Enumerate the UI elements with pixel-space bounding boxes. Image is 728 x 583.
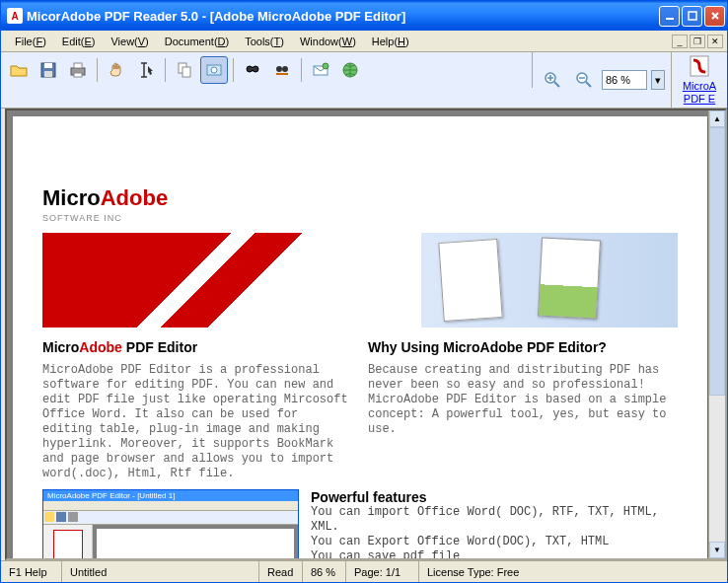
status-page: Page: 1/1 [346, 561, 419, 582]
svg-rect-1 [689, 12, 696, 20]
status-zoom: 86 % [303, 561, 346, 582]
menubar: File(F) Edit(E) View(V) Document(D) Tool… [1, 31, 727, 52]
svg-point-18 [323, 63, 328, 69]
features-body: You can import Office Word( DOC), RTF, T… [311, 505, 678, 558]
pdf-page: MicroAdobe SOFTWARE INC MicroAdobe PDF E… [13, 116, 707, 558]
menu-edit[interactable]: Edit(E) [54, 34, 104, 49]
side-panel: MicroA PDF E [672, 52, 727, 108]
status-mode: Read [259, 561, 303, 582]
menu-document[interactable]: Document(D) [157, 34, 237, 49]
mdi-restore-button[interactable]: ❐ [690, 35, 705, 48]
menu-tools[interactable]: Tools(T) [237, 34, 292, 49]
status-filename: Untitled [62, 561, 259, 582]
mdi-minimize-button[interactable]: _ [672, 35, 688, 48]
side-link-1[interactable]: MicroA [683, 80, 716, 93]
text-select-button[interactable] [132, 56, 160, 84]
toolbar: ▾ MicroA PDF E [1, 52, 727, 109]
mdi-close-button[interactable]: ✕ [707, 35, 723, 48]
banner [42, 233, 678, 328]
find-button[interactable] [239, 56, 266, 84]
pdf-icon [688, 54, 711, 78]
status-license: License Type: Free [419, 561, 727, 582]
scroll-thumb[interactable] [709, 127, 725, 396]
titlebar-text: MicorAdobe PDF Reader 5.0 - [Adobe Micro… [27, 9, 659, 24]
svg-point-16 [282, 66, 288, 72]
menu-view[interactable]: View(V) [103, 34, 156, 49]
scroll-down-button[interactable]: ▼ [709, 542, 725, 558]
svg-rect-3 [44, 63, 52, 68]
svg-rect-4 [44, 71, 52, 77]
right-heading: Why Using MicroAdobe PDF Editor? [368, 339, 678, 355]
hand-tool-button[interactable] [103, 56, 130, 84]
document-area[interactable]: MicroAdobe SOFTWARE INC MicroAdobe PDF E… [5, 109, 727, 560]
right-body: Because creating and distributing PDF ha… [368, 363, 678, 437]
vertical-scrollbar[interactable]: ▲ ▼ [708, 110, 725, 558]
menu-help[interactable]: Help(H) [364, 34, 417, 49]
svg-point-15 [276, 66, 282, 72]
status-help: F1 Help [1, 561, 62, 582]
left-heading: MicroAdobe PDF Editor [42, 339, 352, 355]
features-heading: Powerful features [311, 489, 678, 505]
copy-button[interactable] [171, 56, 198, 84]
svg-point-11 [211, 67, 217, 73]
svg-rect-0 [666, 18, 674, 20]
zoom-dropdown-button[interactable]: ▾ [651, 70, 665, 90]
svg-rect-9 [182, 67, 190, 77]
zoom-out-button[interactable] [570, 66, 598, 94]
email-button[interactable] [307, 56, 334, 84]
menu-file[interactable]: File(F) [7, 34, 54, 49]
menu-window[interactable]: Window(W) [292, 34, 364, 49]
snapshot-button[interactable] [200, 56, 228, 84]
logo: MicroAdobe SOFTWARE INC [42, 185, 678, 223]
search-button[interactable] [268, 56, 296, 84]
svg-rect-14 [252, 68, 254, 70]
save-button[interactable] [35, 56, 62, 84]
zoom-input[interactable] [602, 70, 647, 90]
minimize-button[interactable] [659, 6, 680, 27]
svg-rect-7 [74, 73, 82, 77]
svg-rect-6 [74, 63, 82, 68]
scroll-up-button[interactable]: ▲ [709, 110, 725, 127]
statusbar: F1 Help Untitled Read 86 % Page: 1/1 Lic… [1, 560, 727, 582]
print-button[interactable] [64, 56, 92, 84]
left-body: MicroAdobe PDF Editor is a professional … [42, 363, 352, 481]
app-icon: A [7, 8, 23, 24]
open-button[interactable] [5, 56, 33, 84]
embedded-screenshot: MicroAdobe PDF Editor - [Untitled 1] [42, 489, 299, 558]
close-button[interactable] [704, 6, 725, 27]
zoom-in-button[interactable] [539, 66, 566, 94]
titlebar: A MicorAdobe PDF Reader 5.0 - [Adobe Mic… [1, 1, 727, 31]
side-link-2[interactable]: PDF E [684, 93, 715, 106]
maximize-button[interactable] [682, 6, 702, 27]
web-button[interactable] [336, 56, 364, 84]
